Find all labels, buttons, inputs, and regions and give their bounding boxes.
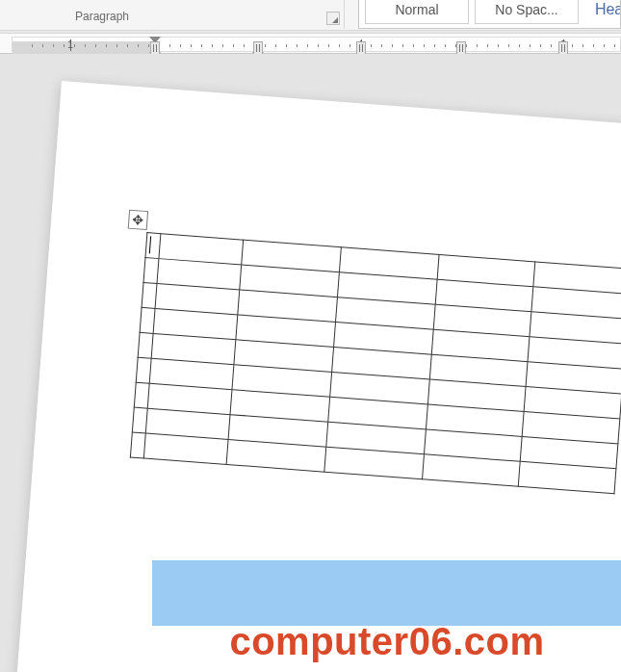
ruler-tick bbox=[508, 44, 509, 47]
column-marker[interactable] bbox=[150, 41, 160, 55]
ruler-tick bbox=[42, 44, 43, 47]
ruler-tick bbox=[53, 44, 54, 47]
table-move-handle[interactable]: ✥ bbox=[128, 210, 148, 230]
ruler-tick bbox=[434, 44, 435, 47]
column-marker[interactable] bbox=[253, 41, 263, 55]
ruler-tick bbox=[307, 44, 308, 47]
ruler-tick bbox=[127, 44, 128, 47]
ruler-tick bbox=[614, 44, 615, 47]
horizontal-ruler[interactable]: 1 1 2 bbox=[0, 33, 621, 54]
ruler-tick bbox=[275, 44, 276, 47]
ribbon: Paragraph Normal No Spac... Head bbox=[0, 0, 621, 31]
ruler-tick bbox=[297, 44, 298, 47]
style-heading1[interactable]: Head bbox=[584, 0, 621, 24]
watermark-band bbox=[152, 560, 621, 626]
paragraph-group-label: Paragraph bbox=[75, 10, 129, 23]
paragraph-group: Paragraph bbox=[67, 0, 345, 29]
column-marker[interactable] bbox=[356, 41, 366, 55]
watermark-text: computer06.com bbox=[152, 620, 621, 663]
ruler-tick bbox=[138, 44, 139, 47]
ruler-tick bbox=[498, 44, 499, 47]
ruler-tick bbox=[477, 44, 478, 47]
ruler-tick bbox=[593, 44, 594, 47]
ruler-tick bbox=[180, 44, 181, 47]
ruler-tick bbox=[233, 44, 234, 47]
ruler-tick bbox=[381, 44, 382, 47]
ruler-tick bbox=[106, 44, 107, 47]
ruler-track: 1 1 2 bbox=[12, 37, 621, 52]
ruler-tick bbox=[604, 44, 605, 47]
ruler-tick bbox=[466, 44, 467, 47]
ruler-tick bbox=[487, 44, 488, 47]
ruler-tick bbox=[85, 44, 86, 47]
ruler-tick bbox=[519, 44, 520, 47]
ruler-tick bbox=[339, 44, 340, 47]
ruler-tick bbox=[402, 44, 403, 47]
ruler-tick bbox=[222, 44, 223, 47]
ruler-tick bbox=[572, 44, 573, 47]
ruler-tick bbox=[286, 44, 287, 47]
ruler-tick bbox=[424, 44, 425, 47]
column-marker[interactable] bbox=[558, 41, 568, 55]
ruler-tick bbox=[95, 44, 96, 47]
ruler-label-0: 1 bbox=[67, 39, 73, 50]
style-normal[interactable]: Normal bbox=[365, 0, 469, 24]
ruler-tick bbox=[582, 44, 583, 47]
move-icon: ✥ bbox=[132, 213, 144, 227]
ruler-tick bbox=[74, 44, 75, 47]
ruler-tick bbox=[371, 44, 372, 47]
ruler-tick bbox=[318, 44, 319, 47]
paragraph-dialog-launcher[interactable] bbox=[326, 12, 340, 25]
ruler-tick bbox=[445, 44, 446, 47]
document-table[interactable] bbox=[130, 232, 621, 494]
ruler-tick bbox=[201, 44, 202, 47]
ruler-tick bbox=[244, 44, 245, 47]
ruler-left-margin bbox=[13, 41, 155, 55]
ruler-tick bbox=[169, 44, 170, 47]
ruler-tick bbox=[191, 44, 192, 47]
ruler-tick bbox=[328, 44, 329, 47]
ruler-tick bbox=[349, 44, 350, 47]
ruler-tick bbox=[530, 44, 530, 47]
ruler-tick bbox=[392, 44, 393, 47]
style-nospacing[interactable]: No Spac... bbox=[475, 0, 579, 24]
ruler-tick bbox=[413, 44, 414, 47]
ruler-tick bbox=[64, 44, 65, 47]
ruler-tick bbox=[116, 44, 117, 47]
ruler-tick bbox=[32, 44, 33, 47]
column-marker[interactable] bbox=[456, 41, 466, 55]
styles-gallery[interactable]: Normal No Spac... Head bbox=[358, 0, 621, 29]
ruler-tick bbox=[540, 44, 541, 47]
ruler-tick bbox=[265, 44, 266, 47]
ruler-tick bbox=[551, 44, 552, 47]
ruler-tick bbox=[212, 44, 213, 47]
